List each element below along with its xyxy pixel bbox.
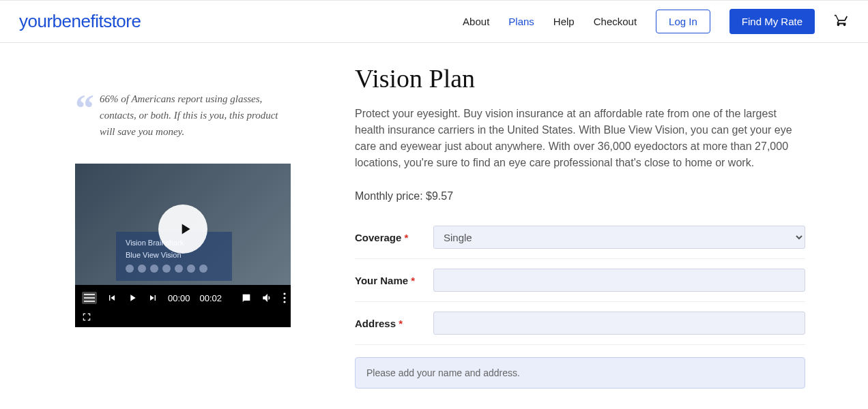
svg-point-0 (283, 292, 285, 294)
svg-point-2 (283, 301, 285, 303)
nav-about[interactable]: About (463, 16, 489, 27)
quote-block: “ 66% of Americans report using glasses,… (41, 91, 287, 140)
previous-icon[interactable] (106, 292, 117, 303)
main-nav: About Plans Help Checkout Log In Find My… (463, 9, 849, 34)
page-title: Vision Plan (355, 63, 805, 93)
plan-description: Protect your eyesight. Buy vision insura… (355, 106, 805, 171)
video-time-total: 00:02 (200, 293, 222, 303)
fullscreen-icon[interactable] (82, 312, 91, 322)
nav-plans[interactable]: Plans (508, 16, 534, 27)
next-icon[interactable] (147, 292, 158, 303)
coverage-row: Coverage * Single (355, 216, 805, 259)
left-column: “ 66% of Americans report using glasses,… (41, 63, 287, 409)
svg-point-1 (283, 297, 285, 299)
captions-icon[interactable] (241, 292, 252, 303)
monthly-price: Monthly price: $9.57 (355, 190, 805, 202)
address-label: Address * (355, 318, 433, 329)
volume-icon[interactable] (261, 292, 274, 304)
video-caption-icons (126, 264, 222, 273)
login-button[interactable]: Log In (656, 10, 710, 33)
playlist-icon[interactable] (82, 292, 97, 304)
nav-checkout[interactable]: Checkout (594, 16, 637, 27)
video-controls: 00:00 00:02 (75, 285, 291, 327)
nav-help[interactable]: Help (553, 16, 575, 27)
quote-mark-icon: “ (75, 97, 94, 140)
name-row: Your Name * (355, 259, 805, 302)
find-my-rate-button[interactable]: Find My Rate (729, 9, 815, 34)
quote-text: 66% of Americans report using glasses, c… (100, 91, 287, 140)
more-icon[interactable] (283, 292, 286, 303)
video-time-current: 00:00 (168, 293, 190, 303)
coverage-select[interactable]: Single (433, 226, 805, 249)
play-icon[interactable] (127, 292, 138, 303)
main-content: “ 66% of Americans report using glasses,… (0, 43, 868, 409)
info-banner: Please add your name and address. (355, 357, 805, 389)
cart-icon[interactable] (834, 12, 849, 31)
coverage-label: Coverage * (355, 232, 433, 243)
logo[interactable]: yourbenefitstore (19, 11, 141, 32)
address-input[interactable] (433, 312, 805, 335)
name-input[interactable] (433, 269, 805, 292)
address-row: Address * (355, 302, 805, 345)
play-button[interactable] (158, 204, 207, 254)
name-label: Your Name * (355, 275, 433, 286)
site-header: yourbenefitstore About Plans Help Checko… (0, 0, 868, 43)
right-column: Vision Plan Protect your eyesight. Buy v… (355, 63, 805, 409)
video-player: Vision Brainshark Blue View Vision (75, 164, 291, 327)
